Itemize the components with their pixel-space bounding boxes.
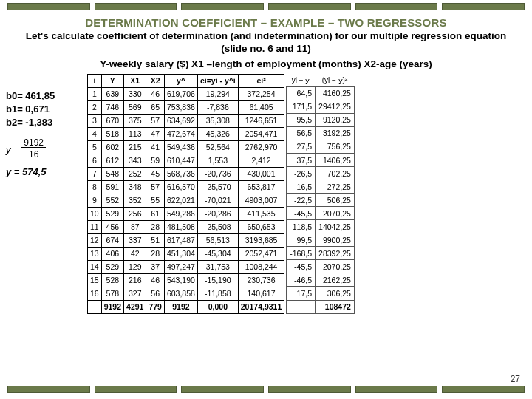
b0: b0= 461,85 xyxy=(6,90,87,101)
extra-columns: yi − ȳ(yi − ȳ)² 64,54160,25171,529412,25… xyxy=(286,74,355,314)
data-table: iYX1X2y^ei=yi - y^iei² 163933046619,7061… xyxy=(87,74,284,314)
b1: b1= 0,671 xyxy=(6,103,87,115)
b2: b2= -1,383 xyxy=(6,117,87,128)
slide-subtitle: Let's calculate coefficient of determina… xyxy=(15,30,517,55)
bottom-bars xyxy=(0,383,532,396)
ybar-value: y = 574,5 xyxy=(6,166,87,177)
variable-defs: Y-weekly salary ($) X1 –length of employ… xyxy=(0,58,532,69)
top-bars xyxy=(0,0,532,13)
slide-title: DETERMINATION COEFFICIENT – EXAMPLE – TW… xyxy=(0,16,532,29)
coefficients-panel: b0= 461,85 b1= 0,671 b2= -1,383 y = 9192… xyxy=(6,74,87,314)
